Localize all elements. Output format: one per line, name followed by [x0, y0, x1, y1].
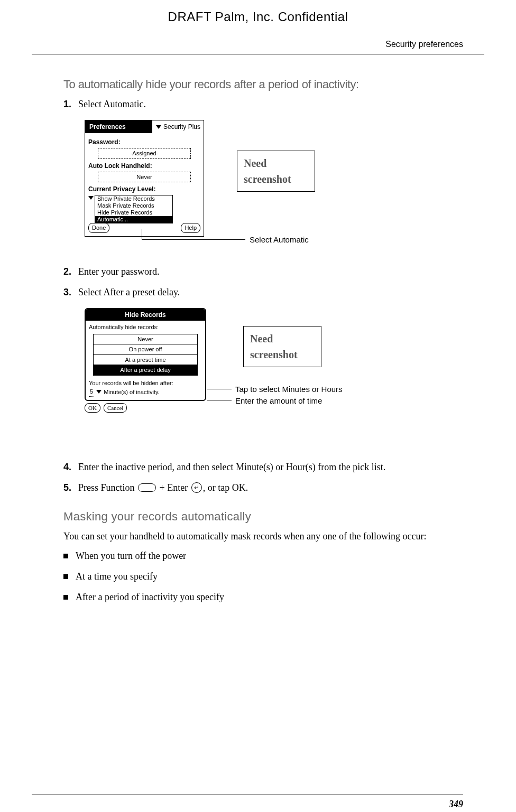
bullet-icon: [63, 595, 68, 600]
option-never[interactable]: Never: [94, 334, 197, 345]
step-1: 1. Select Automatic.: [63, 97, 463, 111]
step-3: 3. Select After a preset delay.: [63, 285, 463, 300]
bullet-icon: [63, 574, 68, 579]
privacy-option-hide[interactable]: Hide Private Records: [95, 209, 172, 216]
palm-button-row: Done Help: [88, 223, 200, 233]
step-2: 2. Enter your password.: [63, 265, 463, 279]
privacy-popup-list[interactable]: Show Private Records Mask Private Record…: [95, 195, 173, 223]
step-5-part-b: + Enter: [157, 482, 190, 493]
palm-body: Password: -Assigned- Auto Lock Handheld:…: [85, 133, 204, 236]
step-text: Select After a preset delay.: [78, 285, 463, 300]
bullet-item: At a time you specify: [63, 570, 463, 584]
dialog-subtitle: Automatically hide records:: [89, 323, 202, 332]
option-power-off[interactable]: On power off: [94, 344, 197, 355]
page-footer: 349: [0, 795, 516, 812]
help-button[interactable]: Help: [181, 223, 200, 233]
privacy-label: Current Privacy Level:: [88, 184, 200, 194]
steps-list-1: 1. Select Automatic.: [63, 97, 463, 111]
password-label: Password:: [88, 137, 200, 147]
step-num: 5.: [63, 481, 78, 495]
dialog-button-row: OK Cancel: [85, 403, 206, 413]
done-button[interactable]: Done: [88, 223, 109, 233]
page-number: 349: [32, 797, 463, 811]
bullet-text: At a time you specify: [76, 570, 158, 584]
hidden-after-label: Your records will be hidden after:: [89, 379, 202, 388]
autolock-value[interactable]: Never: [98, 172, 191, 183]
step-4: 4. Enter the inactive period, and then s…: [63, 460, 463, 474]
callout-tap-minutes-hours: Tap to select Minutes or Hours: [235, 384, 343, 396]
callout-leader: [142, 239, 245, 240]
palm-titlebar: Preferences Security Plus: [85, 120, 204, 133]
callout-select-automatic: Select Automatic: [250, 234, 309, 246]
step-5: 5. Press Function + Enter , or tap OK.: [63, 481, 463, 495]
palm-preferences-screenshot: Preferences Security Plus Password: -Ass…: [85, 120, 204, 237]
privacy-option-mask[interactable]: Mask Private Records: [95, 202, 172, 209]
password-value[interactable]: -Assigned-: [98, 148, 191, 159]
autolock-label: Auto Lock Handheld:: [88, 161, 200, 171]
step-5-part-a: Press Function: [78, 482, 137, 493]
need-screenshot-box: Need screenshot: [243, 326, 321, 367]
step-text: Select Automatic.: [78, 97, 463, 111]
draft-confidential-header: DRAFT Palm, Inc. Confidential: [0, 0, 516, 31]
footer-rule: [32, 795, 463, 795]
figure-1: Preferences Security Plus Password: -Ass…: [85, 120, 463, 252]
delay-amount-input[interactable]: 5: [89, 387, 94, 397]
callout-enter-time: Enter the amount of time: [235, 395, 322, 407]
callout-leader: [142, 229, 142, 239]
dropdown-icon: [156, 125, 161, 129]
step-num: 1.: [63, 97, 78, 111]
option-preset-delay[interactable]: After a preset delay: [94, 365, 197, 376]
privacy-option-show[interactable]: Show Private Records: [95, 195, 172, 202]
step-num: 4.: [63, 460, 78, 474]
hide-options-list: Never On power off At a preset time Afte…: [93, 334, 198, 376]
figure-2: Hide Records Automatically hide records:…: [85, 308, 463, 445]
masking-intro: You can set your handheld to automatical…: [63, 529, 463, 544]
dialog-title: Hide Records: [86, 309, 205, 321]
hide-records-screenshot-wrapper: Hide Records Automatically hide records:…: [85, 308, 206, 413]
ok-button[interactable]: OK: [85, 403, 100, 413]
bullet-item: After a period of inactivity you specify: [63, 590, 463, 604]
steps-list-3: 4. Enter the inactive period, and then s…: [63, 460, 463, 495]
privacy-option-automatic[interactable]: Automatic...: [95, 216, 172, 223]
step-5-part-c: , or tap OK.: [203, 482, 248, 493]
section-title-masking: Masking your records automatically: [63, 508, 463, 525]
palm-title: Preferences: [85, 120, 153, 133]
dropdown-icon: [96, 390, 102, 394]
bullet-text: When you turn off the power: [76, 549, 186, 563]
privacy-row: Show Private Records Mask Private Record…: [88, 195, 200, 223]
callout-leader: [207, 389, 232, 389]
cancel-button[interactable]: Cancel: [104, 403, 127, 413]
palm-category-dropdown[interactable]: Security Plus: [153, 120, 204, 133]
hide-records-dialog: Hide Records Automatically hide records:…: [85, 308, 206, 401]
step-num: 3.: [63, 285, 78, 300]
masking-bullet-list: When you turn off the power At a time yo…: [63, 549, 463, 604]
step-text: Press Function + Enter , or tap OK.: [78, 481, 463, 495]
option-preset-time[interactable]: At a preset time: [94, 355, 197, 366]
running-header: Security preferences: [0, 31, 516, 54]
callout-leader: [207, 400, 232, 400]
section-title-autohide: To automatically hide your records after…: [63, 76, 463, 93]
bullet-icon: [63, 554, 68, 558]
steps-list-2: 2. Enter your password. 3. Select After …: [63, 265, 463, 300]
dropdown-icon: [88, 196, 94, 200]
enter-key-icon: [191, 482, 202, 493]
step-num: 2.: [63, 265, 78, 279]
step-text: Enter your password.: [78, 265, 463, 279]
page-content: To automatically hide your records after…: [0, 54, 516, 604]
bullet-item: When you turn off the power: [63, 549, 463, 563]
bullet-text: After a period of inactivity you specify: [76, 590, 224, 604]
need-screenshot-box: Need screenshot: [237, 151, 315, 192]
step-text: Enter the inactive period, and then sele…: [78, 460, 463, 474]
dropdown-label: Security Plus: [163, 122, 200, 132]
delay-input-row: 5 Minute(s) of inactivity.: [89, 387, 202, 397]
delay-unit-selector[interactable]: Minute(s) of inactivity.: [104, 388, 160, 397]
function-key-icon: [138, 483, 156, 492]
